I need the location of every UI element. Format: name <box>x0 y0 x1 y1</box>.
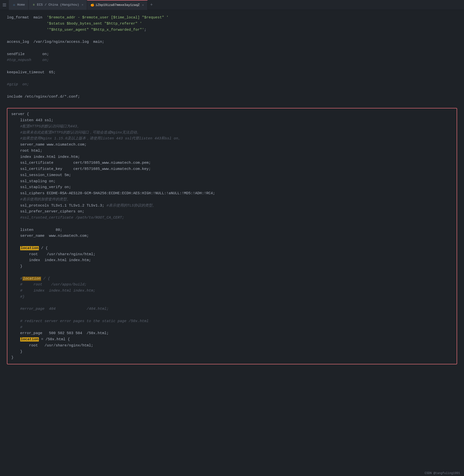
svg-rect-1 <box>3 5 6 5</box>
line-log-format: log_format main '$remote_addr - $remote_… <box>7 15 457 21</box>
tab-ecs-label: ECS / China (Hangzhou) <box>37 3 79 7</box>
bottom-bar: CSDN @tangfuling1991 <box>421 471 464 476</box>
line-ssl-trusted: #ssl_trusted_certificate /path/to/ROOT_C… <box>11 215 453 221</box>
server-block: server { listen 443 ssl; #配置HTTPS的默认访问端口… <box>7 108 457 364</box>
line-error-page-50x: error_page 500 502 503 504 /50x.html; <box>11 330 453 337</box>
line-empty-s5 <box>11 312 453 318</box>
line-location-2-close: #} <box>11 294 453 300</box>
line-location-1-close: } <box>11 264 453 270</box>
line-error-page-404: #error_page 404 /404.html; <box>11 306 453 312</box>
file-icon: 🍊 <box>91 3 94 7</box>
line-listen-80: listen 80; <box>11 227 453 233</box>
tab-file-close[interactable]: ✕ <box>142 3 144 7</box>
line-ssl-stapling: ssl_stapling on; <box>11 178 453 185</box>
line-empty-6 <box>7 100 457 106</box>
line-location-1-index: index index.html index.htm; <box>11 257 453 264</box>
line-tcp-nopush: #tcp_nopush on; <box>7 57 457 63</box>
line-server-open: server { <box>11 111 453 118</box>
svg-rect-0 <box>3 3 6 4</box>
line-ssl-stapling-verify: ssl_stapling_verify on; <box>11 184 453 191</box>
line-location-3-close: } <box>11 349 453 355</box>
line-ssl-cert-key: ssl_certificate_key cert/8571685_www.niu… <box>11 166 453 172</box>
line-listen-443: listen 443 ssl; <box>11 118 453 124</box>
line-include: include /etc/nginx/conf.d/*.conf; <box>7 94 457 100</box>
line-server-name-1: server_name www.niumatech.com; <box>11 142 453 148</box>
line-empty-3 <box>7 63 457 70</box>
tab-file[interactable]: 🍊 iZbp19iza87mmxe3ay1zaqZ ✕ <box>87 0 148 10</box>
ecs-icon: ≡ <box>32 3 35 7</box>
line-comment-nginx-version: #如果您使用Nginx 1.15.0及以上版本，请使用listen 443 ss… <box>11 136 453 142</box>
line-ssl-protocols: ssl_protocols TLSv1.1 TLSv1.2 TLSv1.3; #… <box>11 203 453 209</box>
location-keyword-3: location <box>20 337 39 342</box>
line-ssl-ciphers: ssl_ciphers ECDHE-RSA-AES128-GCM-SHA256:… <box>11 191 453 197</box>
line-redirect-comment-2: # <box>11 325 453 331</box>
line-log-format-3: '"$http_user_agent" "$http_x_forwarded_f… <box>7 27 457 33</box>
author-label: CSDN @tangfuling1991 <box>425 472 460 475</box>
location-keyword-2: location <box>22 277 41 281</box>
line-empty-s1 <box>11 221 453 227</box>
line-empty-5 <box>7 88 457 94</box>
line-ssl-prefer: ssl_prefer_server_ciphers on; <box>11 209 453 215</box>
line-server-name-2: server_name www.niumatech.com; <box>11 233 453 239</box>
line-log-format-2: '$status $body_bytes_sent "$http_referer… <box>7 21 457 27</box>
line-empty-2 <box>7 45 457 51</box>
line-comment-https-warn: #如果未在此处配置HTTPS的默认访问端口，可能会造成Nginx无法启动。 <box>11 130 453 136</box>
svg-rect-2 <box>3 6 6 6</box>
line-location-2-commented: #location / { <box>11 276 453 282</box>
line-server-close: } <box>11 355 453 361</box>
line-empty-s3 <box>11 270 453 276</box>
line-location-1: location / { <box>11 245 453 252</box>
tab-ecs-close[interactable]: ✕ <box>82 3 83 7</box>
line-ssl-session: ssl_session_timeout 5m; <box>11 172 453 178</box>
line-sendfile: sendfile on; <box>7 51 457 58</box>
menu-icon[interactable] <box>0 0 9 10</box>
editor-content: log_format main '$remote_addr - $remote_… <box>0 10 464 371</box>
line-location-2-index: # index index.html index.htm; <box>11 288 453 294</box>
tab-ecs[interactable]: ≡ ECS / China (Hangzhou) ✕ <box>29 0 87 10</box>
line-redirect-comment-1: # redirect server error pages to the sta… <box>11 318 453 325</box>
line-empty-4 <box>7 76 457 82</box>
line-comment-https-port: #配置HTTPS的默认访问端口为443。 <box>11 124 453 130</box>
home-icon: ⌂ <box>12 3 16 7</box>
line-access-log: access_log /var/log/nginx/access.log mai… <box>7 39 457 45</box>
tab-home-label: Home <box>17 3 25 7</box>
line-comment-ciphers: #表示使用的加密套件的类型。 <box>11 197 453 203</box>
new-tab-button[interactable]: + <box>148 0 155 10</box>
tab-file-label: iZbp19iza87mmxe3ay1zaqZ <box>95 3 139 7</box>
line-ssl-cert: ssl_certificate cert/8571685_www.niumate… <box>11 160 453 166</box>
line-root: root html; <box>11 148 453 154</box>
line-location-2-root: # root /usr/apps/build; <box>11 282 453 288</box>
line-location-1-root: root /usr/share/nginx/html; <box>11 252 453 258</box>
tab-bar: ⌂ Home ≡ ECS / China (Hangzhou) ✕ 🍊 iZbp… <box>0 0 464 10</box>
line-keepalive: keepalive_timeout 65; <box>7 70 457 76</box>
line-location-3: location = /50x.html { <box>11 337 453 343</box>
line-empty-1 <box>7 33 457 39</box>
line-gzip: #gzip on; <box>7 82 457 88</box>
tab-home[interactable]: ⌂ Home <box>9 0 29 10</box>
line-empty-s4 <box>11 300 453 306</box>
line-index-1: index index.html index.htm; <box>11 154 453 160</box>
location-keyword-1: location <box>20 246 39 250</box>
line-empty-s2 <box>11 239 453 245</box>
line-location-3-root: root /usr/share/nginx/html; <box>11 343 453 349</box>
